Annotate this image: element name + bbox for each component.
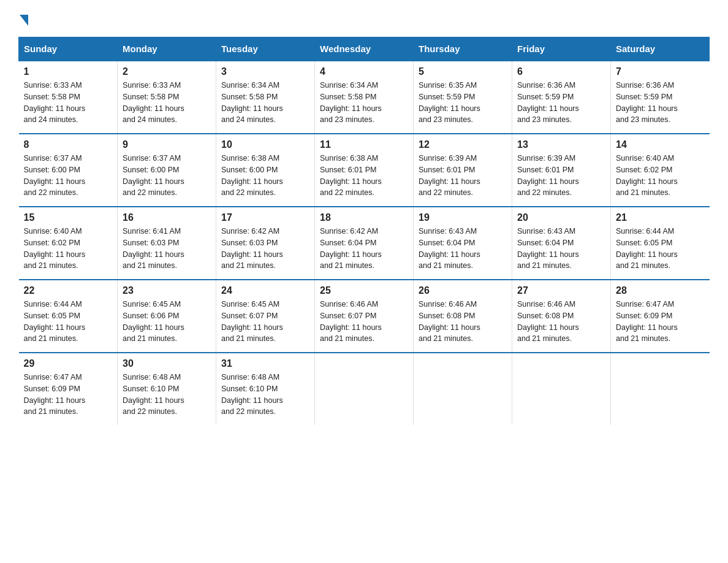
calendar-cell: 7Sunrise: 6:36 AMSunset: 5:59 PMDaylight… <box>611 61 710 134</box>
calendar-week-row: 22Sunrise: 6:44 AMSunset: 6:05 PMDayligh… <box>19 280 710 353</box>
day-info: Sunrise: 6:33 AMSunset: 5:58 PMDaylight:… <box>123 80 211 126</box>
day-info: Sunrise: 6:48 AMSunset: 6:10 PMDaylight:… <box>221 372 309 418</box>
day-info: Sunrise: 6:42 AMSunset: 6:03 PMDaylight:… <box>221 226 309 272</box>
calendar-cell: 12Sunrise: 6:39 AMSunset: 6:01 PMDayligh… <box>414 134 512 207</box>
calendar-cell: 14Sunrise: 6:40 AMSunset: 6:02 PMDayligh… <box>611 134 710 207</box>
calendar-cell: 28Sunrise: 6:47 AMSunset: 6:09 PMDayligh… <box>611 280 710 353</box>
day-number: 17 <box>221 212 309 223</box>
calendar-week-row: 29Sunrise: 6:47 AMSunset: 6:09 PMDayligh… <box>19 353 710 425</box>
calendar-cell <box>512 353 611 425</box>
day-info: Sunrise: 6:36 AMSunset: 5:59 PMDaylight:… <box>517 80 605 126</box>
day-info: Sunrise: 6:45 AMSunset: 6:07 PMDaylight:… <box>221 299 309 345</box>
calendar-cell: 15Sunrise: 6:40 AMSunset: 6:02 PMDayligh… <box>19 207 118 280</box>
calendar-cell: 13Sunrise: 6:39 AMSunset: 6:01 PMDayligh… <box>512 134 611 207</box>
calendar-header-row: SundayMondayTuesdayWednesdayThursdayFrid… <box>19 37 710 61</box>
day-info: Sunrise: 6:45 AMSunset: 6:06 PMDaylight:… <box>123 299 211 345</box>
column-header-tuesday: Tuesday <box>216 37 315 61</box>
day-number: 29 <box>24 358 113 369</box>
day-info: Sunrise: 6:47 AMSunset: 6:09 PMDaylight:… <box>24 372 113 418</box>
calendar-cell: 26Sunrise: 6:46 AMSunset: 6:08 PMDayligh… <box>414 280 512 353</box>
day-number: 25 <box>320 285 408 296</box>
day-info: Sunrise: 6:46 AMSunset: 6:07 PMDaylight:… <box>320 299 408 345</box>
calendar-week-row: 8Sunrise: 6:37 AMSunset: 6:00 PMDaylight… <box>19 134 710 207</box>
day-number: 10 <box>221 139 309 150</box>
day-number: 30 <box>123 358 211 369</box>
day-info: Sunrise: 6:46 AMSunset: 6:08 PMDaylight:… <box>419 299 507 345</box>
day-info: Sunrise: 6:47 AMSunset: 6:09 PMDaylight:… <box>616 299 705 345</box>
column-header-sunday: Sunday <box>19 37 118 61</box>
calendar-cell: 5Sunrise: 6:35 AMSunset: 5:59 PMDaylight… <box>414 61 512 134</box>
day-number: 7 <box>616 66 705 77</box>
calendar-cell: 4Sunrise: 6:34 AMSunset: 5:58 PMDaylight… <box>315 61 414 134</box>
column-header-thursday: Thursday <box>414 37 512 61</box>
column-header-monday: Monday <box>118 37 216 61</box>
day-number: 3 <box>221 66 309 77</box>
day-number: 8 <box>24 139 113 150</box>
day-info: Sunrise: 6:37 AMSunset: 6:00 PMDaylight:… <box>24 153 113 199</box>
day-number: 4 <box>320 66 408 77</box>
day-number: 28 <box>616 285 705 296</box>
calendar-cell: 25Sunrise: 6:46 AMSunset: 6:07 PMDayligh… <box>315 280 414 353</box>
calendar-cell: 27Sunrise: 6:46 AMSunset: 6:08 PMDayligh… <box>512 280 611 353</box>
calendar-cell <box>315 353 414 425</box>
day-number: 12 <box>419 139 507 150</box>
calendar-table: SundayMondayTuesdayWednesdayThursdayFrid… <box>18 37 710 425</box>
calendar-cell: 2Sunrise: 6:33 AMSunset: 5:58 PMDaylight… <box>118 61 216 134</box>
calendar-week-row: 15Sunrise: 6:40 AMSunset: 6:02 PMDayligh… <box>19 207 710 280</box>
day-number: 9 <box>123 139 211 150</box>
calendar-cell: 16Sunrise: 6:41 AMSunset: 6:03 PMDayligh… <box>118 207 216 280</box>
day-number: 1 <box>24 66 113 77</box>
day-number: 11 <box>320 139 408 150</box>
day-number: 27 <box>517 285 605 296</box>
page-header <box>18 12 710 25</box>
day-info: Sunrise: 6:38 AMSunset: 6:00 PMDaylight:… <box>221 153 309 199</box>
day-number: 19 <box>419 212 507 223</box>
calendar-cell: 22Sunrise: 6:44 AMSunset: 6:05 PMDayligh… <box>19 280 118 353</box>
day-info: Sunrise: 6:44 AMSunset: 6:05 PMDaylight:… <box>616 226 705 272</box>
day-number: 18 <box>320 212 408 223</box>
calendar-cell: 9Sunrise: 6:37 AMSunset: 6:00 PMDaylight… <box>118 134 216 207</box>
calendar-cell: 21Sunrise: 6:44 AMSunset: 6:05 PMDayligh… <box>611 207 710 280</box>
calendar-week-row: 1Sunrise: 6:33 AMSunset: 5:58 PMDaylight… <box>19 61 710 134</box>
day-number: 20 <box>517 212 605 223</box>
day-info: Sunrise: 6:34 AMSunset: 5:58 PMDaylight:… <box>221 80 309 126</box>
day-info: Sunrise: 6:43 AMSunset: 6:04 PMDaylight:… <box>419 226 507 272</box>
day-number: 24 <box>221 285 309 296</box>
day-info: Sunrise: 6:37 AMSunset: 6:00 PMDaylight:… <box>123 153 211 199</box>
day-info: Sunrise: 6:46 AMSunset: 6:08 PMDaylight:… <box>517 299 605 345</box>
calendar-cell: 1Sunrise: 6:33 AMSunset: 5:58 PMDaylight… <box>19 61 118 134</box>
day-number: 31 <box>221 358 309 369</box>
calendar-cell: 30Sunrise: 6:48 AMSunset: 6:10 PMDayligh… <box>118 353 216 425</box>
day-info: Sunrise: 6:33 AMSunset: 5:58 PMDaylight:… <box>24 80 113 126</box>
day-info: Sunrise: 6:39 AMSunset: 6:01 PMDaylight:… <box>517 153 605 199</box>
day-number: 23 <box>123 285 211 296</box>
column-header-friday: Friday <box>512 37 611 61</box>
calendar-cell: 11Sunrise: 6:38 AMSunset: 6:01 PMDayligh… <box>315 134 414 207</box>
calendar-cell: 23Sunrise: 6:45 AMSunset: 6:06 PMDayligh… <box>118 280 216 353</box>
day-info: Sunrise: 6:41 AMSunset: 6:03 PMDaylight:… <box>123 226 211 272</box>
calendar-cell: 10Sunrise: 6:38 AMSunset: 6:00 PMDayligh… <box>216 134 315 207</box>
day-info: Sunrise: 6:48 AMSunset: 6:10 PMDaylight:… <box>123 372 211 418</box>
calendar-cell: 6Sunrise: 6:36 AMSunset: 5:59 PMDaylight… <box>512 61 611 134</box>
calendar-cell: 18Sunrise: 6:42 AMSunset: 6:04 PMDayligh… <box>315 207 414 280</box>
calendar-cell: 19Sunrise: 6:43 AMSunset: 6:04 PMDayligh… <box>414 207 512 280</box>
day-number: 21 <box>616 212 705 223</box>
day-number: 14 <box>616 139 705 150</box>
logo-arrow-icon <box>20 15 28 26</box>
calendar-cell: 31Sunrise: 6:48 AMSunset: 6:10 PMDayligh… <box>216 353 315 425</box>
day-info: Sunrise: 6:36 AMSunset: 5:59 PMDaylight:… <box>616 80 705 126</box>
day-info: Sunrise: 6:35 AMSunset: 5:59 PMDaylight:… <box>419 80 507 126</box>
day-number: 15 <box>24 212 113 223</box>
calendar-cell: 3Sunrise: 6:34 AMSunset: 5:58 PMDaylight… <box>216 61 315 134</box>
day-number: 22 <box>24 285 113 296</box>
day-info: Sunrise: 6:40 AMSunset: 6:02 PMDaylight:… <box>616 153 705 199</box>
calendar-cell: 17Sunrise: 6:42 AMSunset: 6:03 PMDayligh… <box>216 207 315 280</box>
column-header-wednesday: Wednesday <box>315 37 414 61</box>
day-info: Sunrise: 6:40 AMSunset: 6:02 PMDaylight:… <box>24 226 113 272</box>
day-number: 5 <box>419 66 507 77</box>
calendar-cell: 24Sunrise: 6:45 AMSunset: 6:07 PMDayligh… <box>216 280 315 353</box>
calendar-cell: 29Sunrise: 6:47 AMSunset: 6:09 PMDayligh… <box>19 353 118 425</box>
calendar-cell <box>611 353 710 425</box>
logo <box>18 12 28 25</box>
day-number: 16 <box>123 212 211 223</box>
